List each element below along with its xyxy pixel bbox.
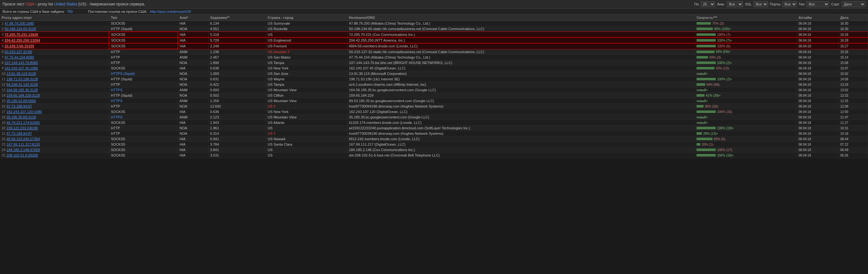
anm-select[interactable]: ВсеHIAANMNOA bbox=[726, 1, 743, 7]
table-row[interactable]: 14 159.65.184.229:3128 HTTP (Squid) NOA … bbox=[0, 93, 868, 98]
table-row[interactable]: 22 45.56.110.242:17354 SOCKS5 HIA 0.941 … bbox=[0, 136, 868, 142]
proxy-ip-cell[interactable]: 21 97.73.188.94:87 bbox=[0, 131, 109, 136]
table-row[interactable]: 19 45.79.221.174:61665 SOCKS5 HIA 1.943 … bbox=[0, 120, 868, 126]
col-proxy[interactable]: Proxy адрес:порт bbox=[0, 15, 109, 21]
proxy-hostname: 13.91.38.119 (Microsoft Corporation) bbox=[349, 72, 407, 75]
proxy-type: HTTP bbox=[111, 50, 120, 54]
table-row[interactable]: 10 13.91.38.119:3128 HTTPS (Squid) NOA 1… bbox=[0, 71, 868, 76]
table-row[interactable]: 13 164.58.185.35:3128 HTTPS ANM 0.693 US… bbox=[0, 88, 868, 93]
per-page-select[interactable]: 2550100 bbox=[701, 1, 715, 7]
table-row[interactable]: 24 184.185.2.146:47659 SOCKS5 HIA 3.841 … bbox=[0, 147, 868, 153]
table-row[interactable]: 8 107.144.143.70:8080 HTTP NOA 1.896 US … bbox=[0, 60, 868, 66]
proxy-ip[interactable]: 159.122.233.240:80 bbox=[6, 126, 38, 130]
col-speed[interactable]: Скорость*** bbox=[695, 15, 797, 21]
proxy-ip[interactable]: 204.42.255.250:13264 bbox=[4, 38, 40, 42]
proxy-date: 06:26 bbox=[840, 153, 848, 157]
proxy-ip[interactable]: 159.65.184.229:3128 bbox=[6, 94, 40, 97]
table-row[interactable]: 6 50.233.137.32:80 HTTP ANM 1.238 US Hou… bbox=[0, 49, 868, 55]
ports-select[interactable]: Все bbox=[782, 1, 797, 7]
proxy-ip-cell[interactable]: 15 35.185.53.89:6969 bbox=[0, 98, 109, 104]
proxy-ip-cell[interactable]: 4 204.42.255.250:13264 bbox=[0, 37, 109, 43]
proxy-ip-cell[interactable]: 12 64.158.31.142:3128 bbox=[0, 82, 109, 88]
table-row[interactable]: 11 198.71.53.199:3128 HTTP (Squid) NOA 0… bbox=[0, 76, 868, 82]
proxy-ip[interactable]: 64.158.31.142:3128 bbox=[6, 82, 38, 87]
table-row[interactable]: 16 97.73.188.94:87 HTTP NOA 12.692 US ‼ … bbox=[0, 104, 868, 109]
proxy-ip-cell[interactable]: 3 72.205.70.231:13626 bbox=[0, 32, 109, 37]
proxy-ip-cell[interactable]: 17 162.243.107.120:1080 bbox=[0, 109, 109, 114]
table-row[interactable]: 7 47.75.44.104:8080 HTTP ANM 2.467 US Sa… bbox=[0, 55, 868, 60]
proxy-ip-cell[interactable]: 8 107.144.143.70:8080 bbox=[0, 60, 109, 66]
proxy-ip-cell[interactable]: 2 50.198.134.65:3128 bbox=[0, 26, 109, 32]
permalink-url[interactable]: http://spys.one/proxys/US/ bbox=[150, 10, 191, 13]
proxy-ip-cell[interactable]: 25 208.102.51.6:58208 bbox=[0, 153, 109, 158]
proxy-ip[interactable]: 50.198.134.65:3128 bbox=[4, 27, 36, 31]
proxy-ip[interactable]: 107.144.143.70:8080 bbox=[4, 61, 38, 65]
table-row[interactable]: 12 64.158.31.142:3128 HTTP NOA 6.422 US … bbox=[0, 82, 868, 88]
usa-link[interactable]: США bbox=[26, 2, 35, 6]
table-row[interactable]: 23 167.99.111.217:8130 SOCKS5 HIA 3.784 … bbox=[0, 142, 868, 147]
proxy-ip[interactable]: 162.243.107.120:1080 bbox=[6, 110, 42, 114]
ssl-select[interactable]: ВсеДаНет bbox=[753, 1, 768, 7]
proxy-ip[interactable]: 97.73.188.94:87 bbox=[6, 132, 32, 135]
table-row[interactable]: 17 162.243.107.120:1080 SOCKS5 HIA 0.636… bbox=[0, 109, 868, 114]
table-row[interactable]: 25 208.102.51.6:58208 SOCKS5 HIA 3.531 U… bbox=[0, 153, 868, 158]
col-date[interactable]: Дата bbox=[838, 15, 868, 21]
proxy-ip-cell[interactable]: 9 162.243.107.45:1080 bbox=[0, 66, 109, 71]
proxy-ip[interactable]: 35.185.35.69:3128 bbox=[6, 115, 36, 119]
proxy-ip[interactable]: 23.239.3.56:15335 bbox=[4, 44, 34, 48]
proxy-ip-cell[interactable]: 24 184.185.2.146:47659 bbox=[0, 147, 109, 153]
proxy-ip[interactable]: 47.75.44.104:8080 bbox=[4, 56, 34, 59]
table-row[interactable]: 1 47.88.79.200:1080 SOCKS5 HIA 6.134 US … bbox=[0, 21, 868, 26]
proxy-ip-cell[interactable]: 11 198.71.53.199:3128 bbox=[0, 76, 109, 82]
proxy-ip-cell[interactable]: 10 13.91.38.119:3128 bbox=[0, 71, 109, 76]
col-hostname[interactable]: Hostname/ORG bbox=[347, 15, 694, 21]
proxy-ip-cell[interactable]: 13 164.58.185.35:3128 bbox=[0, 88, 109, 93]
proxy-ip[interactable]: 45.56.110.242:17354 bbox=[6, 137, 40, 141]
proxy-ip[interactable]: 72.205.70.231:13626 bbox=[4, 33, 38, 36]
table-row[interactable]: 9 162.243.107.45:1080 SOCKS5 HIA 0.638 U… bbox=[0, 66, 868, 71]
us-link[interactable]: United States bbox=[54, 2, 77, 6]
proxy-anm-cell: NOA bbox=[178, 131, 208, 136]
proxy-ip[interactable]: 164.58.185.35:3128 bbox=[6, 88, 38, 92]
col-delay[interactable]: Задержка** bbox=[208, 15, 266, 21]
table-row[interactable]: 2 50.198.134.65:3128 HTTP (Squid) NOA 4.… bbox=[0, 26, 868, 32]
proxy-ip-cell[interactable]: 1 47.88.79.200:1080 bbox=[0, 21, 109, 26]
proxy-ip[interactable]: 35.185.53.89:6969 bbox=[6, 99, 36, 103]
proxy-ip-cell[interactable]: 7 47.75.44.104:8080 bbox=[0, 55, 109, 60]
proxy-ip[interactable]: 167.99.111.217:8130 bbox=[6, 142, 40, 146]
proxy-ip-cell[interactable]: 5 23.239.3.56:15335 bbox=[0, 43, 109, 49]
table-row[interactable]: 5 23.239.3.56:15335 SOCKS5 HIA 2.249 US … bbox=[0, 43, 868, 49]
proxy-ip-cell[interactable]: 6 50.233.137.32:80 bbox=[0, 49, 109, 55]
table-row[interactable]: 21 97.73.188.94:87 HTTP NOA 6.314 US ‼ h… bbox=[0, 131, 868, 136]
proxy-ip[interactable]: 47.88.79.200:1080 bbox=[4, 22, 34, 25]
table-row[interactable]: 3 72.205.70.231:13626 SOCKS5 HIA 5.218 U… bbox=[0, 32, 868, 37]
table-row[interactable]: 4 204.42.255.250:13264 SOCKS5 HIA 5.728 … bbox=[0, 37, 868, 43]
sort-select[interactable]: ДатеСкоростиАптайм bbox=[842, 1, 865, 7]
proxy-ip[interactable]: 45.79.221.174:61665 bbox=[6, 121, 40, 125]
proxy-ip[interactable]: 97.73.188.94:87 bbox=[6, 104, 32, 108]
proxy-ip-cell[interactable]: 20 159.122.233.240:80 bbox=[0, 126, 109, 131]
proxy-ip[interactable]: 13.91.38.119:3128 bbox=[6, 72, 36, 75]
count-link[interactable]: 780 bbox=[67, 10, 72, 13]
proxy-ip-cell[interactable]: 14 159.65.184.229:3128 bbox=[0, 93, 109, 98]
col-anm[interactable]: Анм* bbox=[178, 15, 208, 21]
proxy-hostname: dsl-208-102-51-6.fuse.net (Cincinnati Be… bbox=[349, 153, 440, 157]
proxy-ip-cell[interactable]: 19 45.79.221.174:61665 bbox=[0, 120, 109, 126]
proxy-ip[interactable]: 198.71.53.199:3128 bbox=[6, 77, 38, 81]
speed-bar bbox=[696, 154, 716, 157]
table-row[interactable]: 20 159.122.233.240:80 HTTP NOA 1.061 US … bbox=[0, 126, 868, 131]
proxy-ip-cell[interactable]: 16 97.73.188.94:87 bbox=[0, 104, 109, 109]
col-type[interactable]: Тип bbox=[109, 15, 178, 21]
proxy-ip-cell[interactable]: 22 45.56.110.242:17354 bbox=[0, 136, 109, 142]
col-country[interactable]: Страна - город bbox=[266, 15, 347, 21]
table-row[interactable]: 18 35.185.35.69:3128 HTTPS ANM 2.123 US … bbox=[0, 114, 868, 120]
proxy-ip[interactable]: 208.102.51.6:58208 bbox=[6, 153, 38, 157]
proxy-ip-cell[interactable]: 23 167.99.111.217:8130 bbox=[0, 142, 109, 147]
col-uptime[interactable]: Аптайм bbox=[797, 15, 838, 21]
type-select[interactable]: ВсеHTTPHTTPSSOCKS5 bbox=[806, 1, 829, 7]
proxy-ip-cell[interactable]: 18 35.185.35.69:3128 bbox=[0, 114, 109, 120]
proxy-ip[interactable]: 162.243.107.45:1080 bbox=[4, 66, 38, 70]
proxy-ip[interactable]: 50.233.137.32:80 bbox=[4, 50, 32, 54]
proxy-ip[interactable]: 184.185.2.146:47659 bbox=[6, 148, 40, 152]
table-row[interactable]: 15 35.185.53.89:6969 HTTPS ANM 1.259 US … bbox=[0, 98, 868, 104]
